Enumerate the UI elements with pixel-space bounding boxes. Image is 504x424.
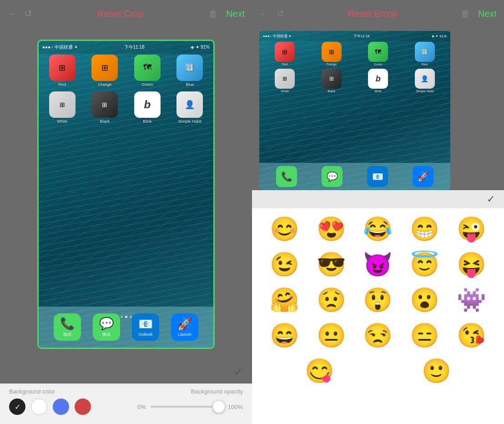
right-icon-habit: 👤 <box>415 69 435 89</box>
left-toolbar: ← ↺ Reset Crop 🗑 Next <box>0 0 252 27</box>
right-back-icon[interactable]: ← <box>259 9 268 19</box>
back-icon[interactable]: ← <box>7 9 16 19</box>
left-phone-area: ●●●○ 中国联通 ✦ 下午11:18 ◈ ✦ 91% ⊞ Red ⊞ <box>0 27 252 361</box>
phone-screen: ●●●○ 中国联通 ✦ 下午11:18 ◈ ✦ 91% ⊞ Red ⊞ <box>39 41 213 348</box>
app-label-white: White <box>57 119 67 124</box>
dock-wechat[interactable]: 💬 微信 <box>93 313 120 341</box>
right-trash-icon[interactable]: 🗑 <box>461 9 470 19</box>
opacity-end-label: 100% <box>228 404 243 410</box>
left-panel: ← ↺ Reset Crop 🗑 Next ●●●○ 中国联通 ✦ 下午11:1… <box>0 0 252 424</box>
app-icon-red: ⊞ <box>49 55 76 81</box>
right-phone-screen: ●●●○ 中国联通 ✦ 下午11:18 ◈ ✦ 91% ⊞ Red ⊞ Oran… <box>259 31 450 190</box>
bg-controls-row: ✓ 0% 100% <box>9 399 243 415</box>
right-toolbar: ← ↺ Reset Emoji 🗑 Next <box>252 0 504 27</box>
right-carrier: ●●●○ 中国联通 ✦ <box>263 34 292 39</box>
emoji-angel[interactable]: 😇 <box>407 248 443 280</box>
right-app-habit: 👤 Simple Habit <box>403 69 447 93</box>
emoji-laugh-cry[interactable]: 😂 <box>360 213 396 245</box>
emoji-wink-tongue[interactable]: 😜 <box>454 213 490 245</box>
emoji-row-1: 😊 😍 😂 😁 😜 <box>261 213 495 245</box>
right-dock-outlook: 📧 <box>367 166 388 187</box>
emoji-sad[interactable]: 😟 <box>313 284 349 316</box>
app-label-black: Black <box>100 119 110 124</box>
app-habit[interactable]: 👤 Simple Habit <box>171 91 209 124</box>
emoji-ghost[interactable]: 👾 <box>454 284 490 316</box>
bg-color-label: Background color <box>9 388 55 395</box>
time-text: 下午11:18 <box>124 44 145 50</box>
phone-frame: ●●●○ 中国联通 ✦ 下午11:18 ◈ ✦ 91% ⊞ Red ⊞ <box>37 40 215 349</box>
emoji-expressionless[interactable]: 😑 <box>407 319 443 351</box>
color-swatch-black[interactable]: ✓ <box>9 399 25 415</box>
right-app-green: 🗺 Green <box>356 42 400 66</box>
emoji-wink[interactable]: 😉 <box>266 248 302 280</box>
right-status-bar: ●●●○ 中国联通 ✦ 下午11:18 ◈ ✦ 91% <box>259 31 450 41</box>
app-icon-habit: 👤 <box>176 91 203 118</box>
emoji-smile-big[interactable]: 😄 <box>266 319 302 351</box>
next-button[interactable]: Next <box>226 9 245 19</box>
emoji-row-4: 😄 😐 😒 😑 😘 <box>261 319 495 351</box>
emoji-row-2: 😉 😎 😈 😇 😝 <box>261 248 495 280</box>
dock-outlook[interactable]: 📧 Outlook <box>132 313 159 341</box>
right-dock-phone: 📞 <box>276 166 297 187</box>
emoji-hugging[interactable]: 🤗 <box>266 284 302 316</box>
app-blink[interactable]: b Blink <box>128 91 166 124</box>
emoji-open-mouth[interactable]: 😮 <box>407 284 443 316</box>
right-app-orange: ⊞ Orange <box>310 42 354 66</box>
emoji-kiss[interactable]: 😘 <box>454 319 490 351</box>
emoji-sunglasses[interactable]: 😎 <box>313 248 349 280</box>
app-red[interactable]: ⊞ Red <box>43 55 81 87</box>
dock-launch-label: Launch <box>178 332 192 337</box>
dock-wechat-label: 微信 <box>102 332 111 338</box>
right-app-red: ⊞ Red <box>263 42 307 66</box>
emoji-heart-eyes[interactable]: 😍 <box>313 213 349 245</box>
app-icon-orange: ⊞ <box>91 55 118 81</box>
right-next-button[interactable]: Next <box>478 9 497 19</box>
emoji-tongue[interactable]: 😝 <box>454 248 490 280</box>
opacity-slider[interactable] <box>151 406 223 408</box>
right-icon-blink: b <box>368 69 388 89</box>
emoji-shocked[interactable]: 😲 <box>360 284 396 316</box>
emoji-devil[interactable]: 😈 <box>360 248 396 280</box>
emoji-grin[interactable]: 😊 <box>266 213 302 245</box>
emoji-unamused[interactable]: 😒 <box>360 319 396 351</box>
app-black[interactable]: ⊞ Black <box>86 91 124 124</box>
checkmark-icon[interactable]: ✓ <box>234 366 243 379</box>
emoji-row-3: 🤗 😟 😲 😮 👾 <box>261 284 495 316</box>
color-swatch-red[interactable] <box>75 399 91 415</box>
right-icon-black: ⊞ <box>322 69 342 89</box>
color-swatch-white[interactable] <box>31 399 47 415</box>
app-white[interactable]: ⊞ White <box>43 91 81 124</box>
left-check-bar: ✓ <box>0 361 252 384</box>
opacity-section: 0% 100% <box>137 404 243 410</box>
app-icon-blue: 🔢 <box>176 55 203 81</box>
toolbar-left-group: ← ↺ <box>7 8 32 19</box>
right-undo-icon[interactable]: ↺ <box>277 8 284 19</box>
right-icon-blue: 🔢 <box>415 42 435 62</box>
app-icons-grid: ⊞ Red ⊞ Orange 🗺 Green <box>43 55 209 124</box>
right-checkmark[interactable]: ✓ <box>487 193 495 205</box>
color-swatch-blue[interactable] <box>53 399 69 415</box>
emoji-extra-2[interactable]: 🙂 <box>418 355 455 387</box>
phone-dock: 📞 电话 💬 微信 📧 Outlook 🚀 Launch <box>39 307 213 348</box>
app-orange[interactable]: ⊞ Orange <box>86 55 124 87</box>
dock-launch[interactable]: 🚀 Launch <box>171 313 198 341</box>
right-app-blue: 🔢 Blue <box>403 42 447 66</box>
emoji-extra-1[interactable]: 😋 <box>302 355 338 387</box>
emoji-row-5: 😋 🙂 <box>261 355 495 387</box>
slider-thumb[interactable] <box>212 400 225 413</box>
right-icon-red: ⊞ <box>275 42 295 62</box>
trash-icon[interactable]: 🗑 <box>209 9 218 19</box>
toolbar-right-group: 🗑 Next <box>209 9 245 19</box>
right-time: 下午11:18 <box>353 34 370 39</box>
right-app-blink: b Blink <box>356 69 400 93</box>
emoji-grinning[interactable]: 😁 <box>407 213 443 245</box>
dock-phone[interactable]: 📞 电话 <box>54 313 81 341</box>
right-icon-orange: ⊞ <box>322 42 342 62</box>
undo-icon[interactable]: ↺ <box>25 8 32 19</box>
right-battery: ◈ ✦ 91% <box>432 34 447 38</box>
bg-labels-row: Background color Background opacity <box>9 388 243 395</box>
emoji-neutral[interactable]: 😐 <box>313 319 349 351</box>
phone-status-bar: ●●●○ 中国联通 ✦ 下午11:18 ◈ ✦ 91% <box>39 41 213 54</box>
app-green[interactable]: 🗺 Green <box>128 55 166 87</box>
app-blue[interactable]: 🔢 Blue <box>171 55 209 87</box>
